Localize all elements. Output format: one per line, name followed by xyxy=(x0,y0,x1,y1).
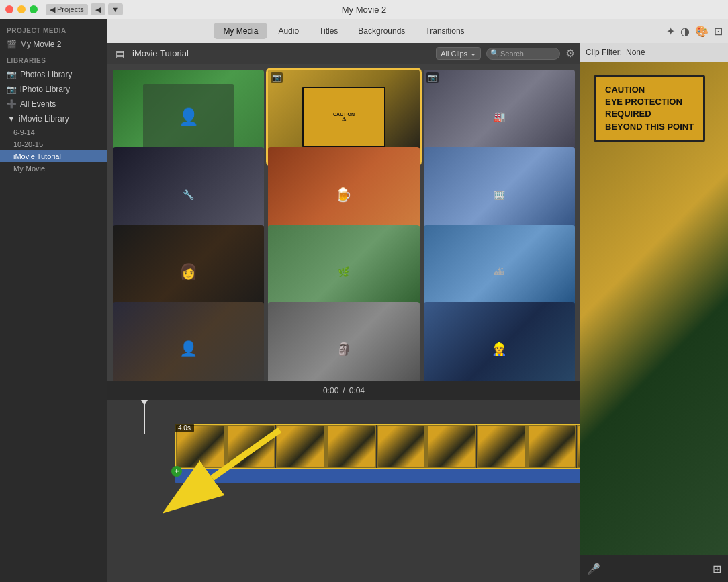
clip-frame-6 xyxy=(426,425,477,468)
mic-button[interactable]: 🎤 xyxy=(587,563,600,575)
clip-frame-7 xyxy=(477,425,527,468)
media-thumb-10[interactable]: 👤 xyxy=(113,302,264,381)
clip-frame-5 xyxy=(377,425,427,468)
timeline-clip-strip[interactable] xyxy=(175,424,580,469)
crop-button[interactable]: ⊡ xyxy=(714,25,723,38)
sidebar-item-10-20-15[interactable]: 10-20-15 xyxy=(0,138,107,150)
libraries-section: LIBRARIES xyxy=(0,52,107,67)
media-settings-button[interactable]: ⚙ xyxy=(565,47,575,60)
sidebar-item-all-events[interactable]: ➕ All Events xyxy=(0,97,107,111)
close-button[interactable] xyxy=(5,5,13,13)
sidebar-item-imovie-tutorial[interactable]: iMovie Tutorial xyxy=(0,150,107,162)
timeline-area[interactable]: 4.0s + xyxy=(107,400,580,582)
tab-audio[interactable]: Audio xyxy=(269,23,308,39)
search-wrapper: 🔍 xyxy=(486,48,560,60)
sidebar-item-6-9-14[interactable]: 6-9-14 xyxy=(0,126,107,138)
clip-frame-3 xyxy=(276,425,326,468)
timeline-cursor xyxy=(144,400,145,434)
titlebar-nav: ◀ Projects ◀ ▼ xyxy=(46,3,123,15)
sidebar-item-my-movie[interactable]: My Movie xyxy=(0,162,107,175)
preview-area: CAUTIONEYE PROTECTIONREQUIREDBEYOND THIS… xyxy=(580,62,728,555)
timeline-time-current: 0:00 xyxy=(323,386,338,395)
color-wheel-button[interactable]: 🎨 xyxy=(695,25,709,38)
caution-sign: CAUTIONEYE PROTECTIONREQUIREDBEYOND THIS… xyxy=(594,75,705,142)
nav-left-button[interactable]: ◀ xyxy=(91,3,105,15)
clip-filter-bar: Clip Filter: None xyxy=(580,43,728,62)
titlebar: ◀ Projects ◀ ▼ My Movie 2 xyxy=(0,0,728,19)
collapse-icon: ▼ xyxy=(7,114,16,124)
preview-controls: 🎤 ⊞ xyxy=(580,555,728,582)
sidebar-item-imovie-library[interactable]: ▼ iMovie Library xyxy=(0,111,107,126)
clips-filter-dropdown[interactable]: All Clips ⌄ xyxy=(436,47,481,60)
tab-titles[interactable]: Titles xyxy=(310,23,347,39)
sidebar-item-iphoto-library[interactable]: 📷 iPhoto Library xyxy=(0,82,107,97)
clip-frame-8 xyxy=(527,425,578,468)
camera-overlay-icon-3: 📷 xyxy=(426,72,439,83)
tab-transitions[interactable]: Transitions xyxy=(416,23,473,39)
top-toolbar: My Media Audio Titles Backgrounds Transi… xyxy=(107,19,580,43)
camera-overlay-icon: 📷 xyxy=(271,72,283,83)
preview-image: CAUTIONEYE PROTECTIONREQUIREDBEYOND THIS… xyxy=(580,62,728,555)
window-title: My Movie 2 xyxy=(342,5,386,15)
back-projects-button[interactable]: ◀ Projects xyxy=(46,4,88,15)
timeline-time-total: 0:04 xyxy=(349,386,365,395)
add-clip-badge[interactable]: + xyxy=(171,466,182,477)
clip-filter-label: Clip Filter: xyxy=(586,48,622,57)
sidebar-item-photos-library[interactable]: 📷 Photos Library xyxy=(0,67,107,82)
wand-button[interactable]: ✦ xyxy=(666,25,675,38)
color-button[interactable]: ◑ xyxy=(680,25,690,38)
add-icon: ➕ xyxy=(7,99,16,109)
preview-toolbar: ✦ ◑ 🎨 ⊡ xyxy=(580,19,728,43)
timeline-selection-bar xyxy=(175,469,580,483)
media-thumb-11[interactable]: 🗿 xyxy=(268,302,419,381)
tab-my-media[interactable]: My Media xyxy=(214,23,267,39)
nav-right-button[interactable]: ▼ xyxy=(108,3,123,15)
media-toolbar: ▤ iMovie Tutorial All Clips ⌄ 🔍 ⚙ xyxy=(107,43,580,64)
tab-backgrounds[interactable]: Backgrounds xyxy=(349,23,414,39)
bottom-section: 0:00 / 0:04 xyxy=(107,381,580,582)
search-input[interactable] xyxy=(486,48,560,60)
media-browser: ▤ iMovie Tutorial All Clips ⌄ 🔍 ⚙ 👤 xyxy=(107,43,580,381)
fullscreen-button[interactable]: ⊞ xyxy=(713,563,721,575)
toggle-sidebar-button[interactable]: ▤ xyxy=(113,47,127,60)
timeline-header: 0:00 / 0:04 xyxy=(107,381,580,400)
main-area: PROJECT MEDIA 🎬 My Movie 2 LIBRARIES 📷 P… xyxy=(0,19,728,582)
clip-duration-badge: 4.0s xyxy=(175,424,194,432)
photos-icon: 📷 xyxy=(7,70,16,79)
clip-frame-2 xyxy=(226,425,277,468)
iphoto-icon: 📷 xyxy=(7,85,16,94)
media-grid: 👤 CAUTION ⚠ 📷 🏭 xyxy=(107,64,580,381)
maximize-button[interactable] xyxy=(30,5,38,13)
media-thumb-12[interactable]: 👷 xyxy=(424,302,575,381)
center-panel: My Media Audio Titles Backgrounds Transi… xyxy=(107,19,580,582)
media-browser-title: iMovie Tutorial xyxy=(132,48,430,58)
project-media-section: PROJECT MEDIA xyxy=(0,21,107,37)
sidebar: PROJECT MEDIA 🎬 My Movie 2 LIBRARIES 📷 P… xyxy=(0,19,107,582)
right-panel: ✦ ◑ 🎨 ⊡ Clip Filter: None CAUTIONEYE PRO… xyxy=(580,19,728,582)
clip-frame-4 xyxy=(326,425,377,468)
clip-filter-value: None xyxy=(626,48,645,57)
film-icon: 🎬 xyxy=(7,40,16,49)
sidebar-item-mymovie[interactable]: 🎬 My Movie 2 xyxy=(0,37,107,52)
minimize-button[interactable] xyxy=(17,5,26,13)
traffic-lights xyxy=(5,5,38,13)
